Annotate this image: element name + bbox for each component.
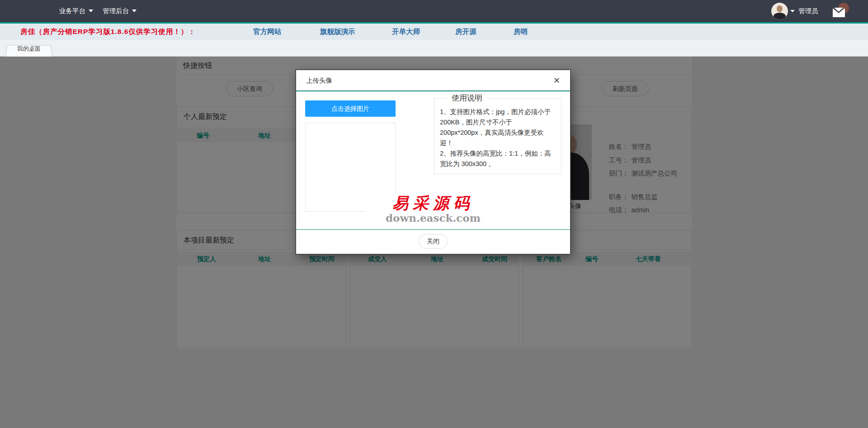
chevron-down-icon xyxy=(132,10,137,12)
tab-my-desktop-label[interactable]: 我的桌面 xyxy=(5,40,52,57)
tab-bar: 我的桌面 xyxy=(0,40,868,57)
watermark: 易采源码 down.easck.com xyxy=(365,194,501,224)
divider xyxy=(296,229,570,230)
nav-menu-admin-label: 管理后台 xyxy=(103,7,129,14)
chevron-down-icon xyxy=(790,10,795,12)
notice-text: 房佳（房产分销ERP学习版1.8.6仅供学习使用！）： xyxy=(20,24,196,40)
user-avatar[interactable] xyxy=(771,3,788,19)
watermark-domain: down.easck.com xyxy=(365,212,501,224)
link-official-site[interactable]: 官方网站 xyxy=(253,24,281,40)
chevron-down-icon xyxy=(89,10,93,12)
link-fangkaiyuan[interactable]: 房开源 xyxy=(455,24,476,40)
instructions-text: 1、支持图片格式：jpg，图片必须小于200KB，图片尺寸不小于200px*20… xyxy=(434,103,561,169)
envelope-icon xyxy=(833,9,845,17)
link-flagship-demo[interactable]: 旗舰版演示 xyxy=(320,24,355,40)
close-icon[interactable]: ✕ xyxy=(553,76,560,86)
instruction-line-1: 1、支持图片格式：jpg，图片必须小于200KB，图片尺寸不小于200px*20… xyxy=(440,107,556,148)
user-name: 管理员 xyxy=(798,7,818,14)
nav-menu-business-label: 业务平台 xyxy=(59,7,85,14)
upload-avatar-dialog: 上传头像 ✕ 点击选择图片 使用说明 1、支持图片格式：jpg，图片必须小于20… xyxy=(296,70,570,254)
nav-menu-business[interactable]: 业务平台 xyxy=(59,0,93,22)
instructions-fieldset: 使用说明 1、支持图片格式：jpg，图片必须小于200KB，图片尺寸不小于200… xyxy=(434,98,561,174)
dialog-title: 上传头像 xyxy=(306,70,332,91)
dialog-header: 上传头像 ✕ xyxy=(296,70,570,91)
top-navbar: 业务平台 管理后台 管理员 xyxy=(0,0,868,24)
messages-button[interactable] xyxy=(833,5,848,18)
select-image-button[interactable]: 点击选择图片 xyxy=(305,100,396,117)
instruction-line-2: 2、推荐头像的高宽比：1:1，例如：高宽比为 300x300 。 xyxy=(440,148,556,169)
nav-menu-admin[interactable]: 管理后台 xyxy=(103,0,137,22)
instructions-legend: 使用说明 xyxy=(447,93,487,103)
link-kaidan-dashi[interactable]: 开单大师 xyxy=(392,24,420,40)
link-fangshao[interactable]: 房哨 xyxy=(514,24,528,40)
watermark-brand: 易采源码 xyxy=(365,194,501,212)
close-button[interactable]: 关闭 xyxy=(419,234,448,249)
user-menu[interactable]: 管理员 xyxy=(790,0,818,22)
app-window: 业务平台 管理后台 管理员 房佳（房产分销ERP学习版1.8.6仅供学习使用！）… xyxy=(0,0,868,428)
notice-bar: 房佳（房产分销ERP学习版1.8.6仅供学习使用！）： 官方网站 旗舰版演示 开… xyxy=(0,24,868,40)
